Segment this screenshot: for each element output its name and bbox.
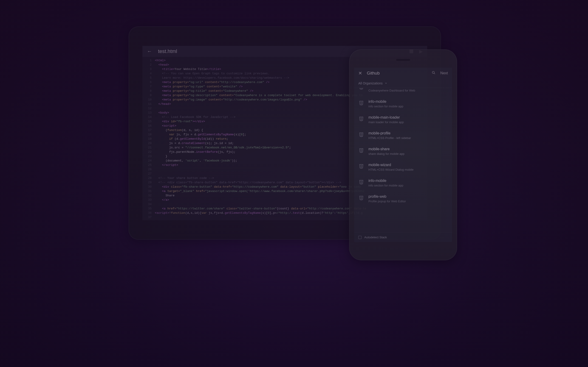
line-number: 33 [142,198,152,202]
line-number: 25 [142,163,152,167]
autodetect-label: Autodetect Stack [364,236,387,239]
line-gutter: 1234567891011121314151617181920212223242… [142,58,155,220]
line-number: 20 [142,141,152,145]
svg-line-1 [434,73,435,74]
github-picker: ✕ Github Next All Organizations ▾ dashbo… [354,68,452,242]
repo-item[interactable]: mobile-main-loadermain loader for mobile… [354,112,452,127]
line-number: 1 [142,58,152,63]
repo-title: mobile-wizard [368,163,414,167]
line-number: 6 [142,80,152,84]
org-filter-label: All Organizations [358,81,383,85]
html5-icon [358,195,364,201]
line-number: 3 [142,67,152,71]
line-number: 17 [142,128,152,132]
line-number: 23 [142,154,152,158]
line-number: 34 [142,202,152,206]
repo-desc: HTML+CSS Profile - left sidebar [368,136,411,140]
repo-item[interactable]: profile-webProfile popup for Web Editor [354,191,452,207]
repo-desc: main loader for mobile app [368,120,404,124]
line-number: 21 [142,145,152,150]
repo-item[interactable]: mobile-shareshare dialog for mobile app [354,143,452,159]
line-number: 16 [142,124,152,128]
line-number: 14 [142,115,152,119]
org-filter[interactable]: All Organizations ▾ [354,79,452,88]
line-number: 5 [142,76,152,80]
repo-item[interactable]: info-mobileinfo section for mobile app [354,96,452,112]
line-number: 24 [142,158,152,163]
repo-title: profile-web [368,194,406,199]
line-number: 8 [142,89,152,93]
repo-item[interactable]: mobile-profileHTML+CSS Profile - left si… [354,127,452,143]
line-number: 32 [142,193,152,198]
html5-icon [358,163,364,169]
back-icon[interactable]: ← [147,48,152,54]
repo-list[interactable]: dashboard-webCodeanywhere Dashboard for … [354,88,452,232]
next-button[interactable]: Next [440,71,448,75]
search-icon[interactable] [432,71,436,76]
repo-desc: share dialog for mobile app [368,152,405,156]
line-number: 13 [142,110,152,115]
repo-title: mobile-main-loader [368,115,404,119]
html5-icon [358,132,364,138]
line-number: 29 [142,180,152,185]
picker-title: Github [367,71,380,76]
line-number: 37 [142,215,152,219]
picker-header: ✕ Github Next [354,68,452,79]
repo-title: info-mobile [368,179,403,183]
line-number: 26 [142,167,152,172]
repo-desc: info section for mobile app [368,105,403,108]
line-number: 12 [142,106,152,110]
line-number: 2 [142,63,152,67]
html5-icon [358,116,364,122]
close-icon[interactable]: ✕ [358,70,362,76]
picker-footer: Autodetect Stack [354,232,452,242]
line-number: 10 [142,98,152,102]
repo-title: mobile-profile [368,131,411,135]
file-name: test.html [158,48,177,54]
line-number: 9 [142,93,152,98]
repo-item[interactable]: mobile-wizardHTML+CSS Wizard Dialog mobi… [354,159,452,175]
line-number: 15 [142,119,152,124]
repo-desc: Profile popup for Web Editor [368,200,406,203]
html5-icon [358,88,364,90]
line-number: 19 [142,137,152,141]
line-number: 11 [142,102,152,106]
repo-title: mobile-share [368,147,405,151]
line-number: 7 [142,84,152,89]
html5-icon [358,179,364,185]
html5-icon [358,148,364,153]
svg-point-0 [432,71,434,73]
line-number: 22 [142,150,152,154]
repo-title: info-mobile [368,100,403,104]
phone-speaker [396,59,410,61]
html5-icon [358,100,364,106]
line-number: 18 [142,132,152,137]
line-number: 27 [142,172,152,176]
line-number: 35 [142,206,152,211]
phone-frame: ✕ Github Next All Organizations ▾ dashbo… [349,49,457,260]
autodetect-checkbox[interactable] [358,236,362,239]
repo-item[interactable]: info-mobileinfo section for mobile app [354,175,452,191]
repo-desc: info section for mobile app [368,184,403,187]
repo-desc: HTML+CSS Wizard Dialog mobile [368,168,414,171]
line-number: 28 [142,176,152,180]
line-number: 30 [142,185,152,189]
line-number: 31 [142,189,152,193]
chevron-down-icon: ▾ [385,82,387,84]
repo-item[interactable]: dashboard-webCodeanywhere Dashboard for … [354,88,452,96]
line-number: 36 [142,211,152,215]
line-number: 4 [142,71,152,76]
repo-desc: Codeanywhere Dashboard for Web [368,89,415,92]
